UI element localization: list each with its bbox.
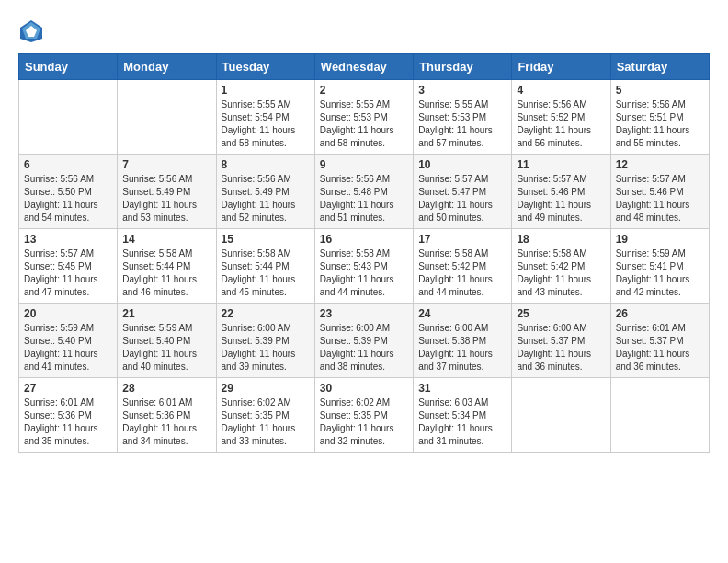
calendar-week-row: 13Sunrise: 5:57 AMSunset: 5:45 PMDayligh… [19,229,710,304]
day-info: Sunrise: 5:58 AMSunset: 5:44 PMDaylight:… [122,247,210,299]
day-number: 29 [222,382,310,395]
calendar-table: SundayMondayTuesdayWednesdayThursdayFrid… [18,53,710,453]
calendar-cell: 12Sunrise: 5:57 AMSunset: 5:46 PMDayligh… [610,155,709,229]
day-info: Sunrise: 5:57 AMSunset: 5:45 PMDaylight:… [24,247,112,299]
calendar-cell: 14Sunrise: 5:58 AMSunset: 5:44 PMDayligh… [118,229,216,304]
logo-icon [18,18,44,44]
day-number: 6 [24,158,112,171]
calendar-cell: 29Sunrise: 6:02 AMSunset: 5:35 PMDayligh… [216,378,314,453]
calendar-week-row: 20Sunrise: 5:59 AMSunset: 5:40 PMDayligh… [19,304,710,378]
calendar-cell: 11Sunrise: 5:57 AMSunset: 5:46 PMDayligh… [512,155,610,229]
day-number: 24 [418,307,506,320]
calendar-cell: 27Sunrise: 6:01 AMSunset: 5:36 PMDayligh… [19,378,118,453]
calendar-cell: 7Sunrise: 5:56 AMSunset: 5:49 PMDaylight… [118,155,216,229]
day-info: Sunrise: 5:56 AMSunset: 5:51 PMDaylight:… [616,98,704,150]
calendar-week-row: 6Sunrise: 5:56 AMSunset: 5:50 PMDaylight… [19,155,710,229]
calendar-cell: 28Sunrise: 6:01 AMSunset: 5:36 PMDayligh… [118,378,216,453]
calendar-cell: 20Sunrise: 5:59 AMSunset: 5:40 PMDayligh… [19,304,118,378]
column-header-wednesday: Wednesday [314,54,413,80]
day-number: 23 [320,307,408,320]
calendar-cell [610,378,709,453]
day-info: Sunrise: 6:01 AMSunset: 5:36 PMDaylight:… [24,396,112,448]
day-number: 9 [320,158,408,171]
day-info: Sunrise: 5:57 AMSunset: 5:46 PMDaylight:… [616,173,704,224]
column-header-friday: Friday [512,54,610,80]
calendar-header-row: SundayMondayTuesdayWednesdayThursdayFrid… [19,54,710,80]
day-info: Sunrise: 6:02 AMSunset: 5:35 PMDaylight:… [222,396,310,448]
day-info: Sunrise: 5:55 AMSunset: 5:53 PMDaylight:… [320,98,408,150]
calendar-cell: 16Sunrise: 5:58 AMSunset: 5:43 PMDayligh… [314,229,413,304]
calendar-cell: 22Sunrise: 6:00 AMSunset: 5:39 PMDayligh… [216,304,314,378]
calendar-cell: 2Sunrise: 5:55 AMSunset: 5:53 PMDaylight… [314,80,413,155]
day-info: Sunrise: 5:56 AMSunset: 5:49 PMDaylight:… [222,173,310,224]
calendar-cell [512,378,610,453]
day-number: 4 [517,84,605,97]
calendar-cell: 10Sunrise: 5:57 AMSunset: 5:47 PMDayligh… [414,155,512,229]
day-info: Sunrise: 5:59 AMSunset: 5:41 PMDaylight:… [616,247,704,299]
day-info: Sunrise: 5:57 AMSunset: 5:46 PMDaylight:… [517,173,605,224]
day-info: Sunrise: 5:55 AMSunset: 5:53 PMDaylight:… [418,98,506,150]
calendar-cell: 31Sunrise: 6:03 AMSunset: 5:34 PMDayligh… [414,378,512,453]
day-number: 2 [320,84,408,97]
calendar-cell: 18Sunrise: 5:58 AMSunset: 5:42 PMDayligh… [512,229,610,304]
calendar-cell: 1Sunrise: 5:55 AMSunset: 5:54 PMDaylight… [216,80,314,155]
day-info: Sunrise: 5:58 AMSunset: 5:42 PMDaylight:… [418,247,506,299]
day-number: 27 [24,382,112,395]
calendar-cell: 23Sunrise: 6:00 AMSunset: 5:39 PMDayligh… [314,304,413,378]
day-info: Sunrise: 5:59 AMSunset: 5:40 PMDaylight:… [122,322,210,373]
day-number: 22 [222,307,310,320]
day-number: 3 [418,84,506,97]
day-number: 17 [418,233,506,246]
day-number: 28 [122,382,210,395]
calendar-cell: 4Sunrise: 5:56 AMSunset: 5:52 PMDaylight… [512,80,610,155]
day-info: Sunrise: 6:00 AMSunset: 5:39 PMDaylight:… [222,322,310,373]
calendar-cell: 3Sunrise: 5:55 AMSunset: 5:53 PMDaylight… [414,80,512,155]
page-header [18,18,710,44]
day-number: 8 [222,158,310,171]
day-info: Sunrise: 6:01 AMSunset: 5:37 PMDaylight:… [616,322,704,373]
calendar-cell: 21Sunrise: 5:59 AMSunset: 5:40 PMDayligh… [118,304,216,378]
column-header-sunday: Sunday [19,54,118,80]
day-info: Sunrise: 6:00 AMSunset: 5:39 PMDaylight:… [320,322,408,373]
calendar-cell: 25Sunrise: 6:00 AMSunset: 5:37 PMDayligh… [512,304,610,378]
calendar-week-row: 27Sunrise: 6:01 AMSunset: 5:36 PMDayligh… [19,378,710,453]
day-number: 20 [24,307,112,320]
day-info: Sunrise: 6:00 AMSunset: 5:38 PMDaylight:… [418,322,506,373]
calendar-cell: 13Sunrise: 5:57 AMSunset: 5:45 PMDayligh… [19,229,118,304]
day-number: 18 [517,233,605,246]
day-info: Sunrise: 5:58 AMSunset: 5:42 PMDaylight:… [517,247,605,299]
day-number: 31 [418,382,506,395]
calendar-week-row: 1Sunrise: 5:55 AMSunset: 5:54 PMDaylight… [19,80,710,155]
day-info: Sunrise: 6:01 AMSunset: 5:36 PMDaylight:… [122,396,210,448]
day-number: 13 [24,233,112,246]
day-info: Sunrise: 5:56 AMSunset: 5:48 PMDaylight:… [320,173,408,224]
day-number: 19 [616,233,704,246]
day-info: Sunrise: 5:56 AMSunset: 5:50 PMDaylight:… [24,173,112,224]
day-number: 16 [320,233,408,246]
calendar-cell: 24Sunrise: 6:00 AMSunset: 5:38 PMDayligh… [414,304,512,378]
day-number: 30 [320,382,408,395]
calendar-cell: 30Sunrise: 6:02 AMSunset: 5:35 PMDayligh… [314,378,413,453]
day-number: 14 [122,233,210,246]
calendar-cell [19,80,118,155]
day-info: Sunrise: 6:03 AMSunset: 5:34 PMDaylight:… [418,396,506,448]
calendar-cell: 5Sunrise: 5:56 AMSunset: 5:51 PMDaylight… [610,80,709,155]
day-info: Sunrise: 5:55 AMSunset: 5:54 PMDaylight:… [222,98,310,150]
day-info: Sunrise: 5:58 AMSunset: 5:43 PMDaylight:… [320,247,408,299]
calendar-cell: 9Sunrise: 5:56 AMSunset: 5:48 PMDaylight… [314,155,413,229]
day-number: 1 [222,84,310,97]
day-number: 5 [616,84,704,97]
calendar-cell: 8Sunrise: 5:56 AMSunset: 5:49 PMDaylight… [216,155,314,229]
day-info: Sunrise: 6:02 AMSunset: 5:35 PMDaylight:… [320,396,408,448]
day-info: Sunrise: 5:56 AMSunset: 5:49 PMDaylight:… [122,173,210,224]
day-info: Sunrise: 6:00 AMSunset: 5:37 PMDaylight:… [517,322,605,373]
day-info: Sunrise: 5:57 AMSunset: 5:47 PMDaylight:… [418,173,506,224]
column-header-thursday: Thursday [414,54,512,80]
day-number: 26 [616,307,704,320]
column-header-saturday: Saturday [610,54,709,80]
calendar-cell: 6Sunrise: 5:56 AMSunset: 5:50 PMDaylight… [19,155,118,229]
day-info: Sunrise: 5:59 AMSunset: 5:40 PMDaylight:… [24,322,112,373]
day-number: 10 [418,158,506,171]
day-number: 15 [222,233,310,246]
column-header-tuesday: Tuesday [216,54,314,80]
